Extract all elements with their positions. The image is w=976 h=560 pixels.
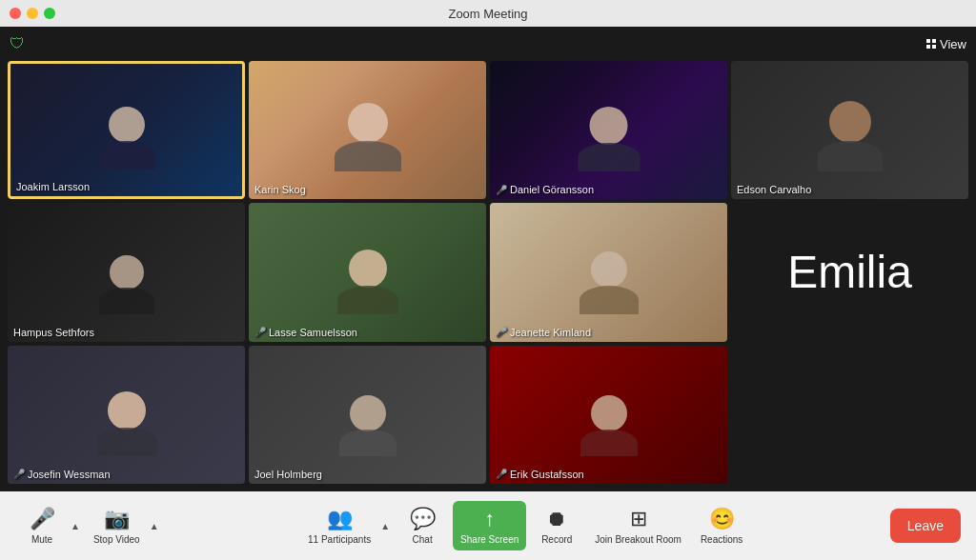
breakout-room-button[interactable]: ⊞ Join Breakout Room	[587, 501, 689, 550]
record-label: Record	[541, 534, 572, 545]
video-grid: Joakim Larsson Karin Skog 🎤 Daniel Göran…	[8, 61, 968, 484]
chat-button[interactable]: 💬 Chat	[396, 501, 449, 550]
chat-label: Chat	[413, 534, 433, 545]
record-button[interactable]: ⏺ Record	[530, 501, 583, 550]
video-cell-joakim: Joakim Larsson	[8, 61, 245, 199]
muted-icon-jeanette: 🎤	[496, 327, 507, 337]
reactions-icon: 😊	[709, 507, 735, 531]
stop-video-group: 📷 Stop Video ▲	[86, 501, 161, 550]
video-cell-empty	[731, 346, 968, 484]
participant-name-karin: Karin Skog	[254, 184, 306, 195]
participants-label: 11 Participants	[308, 534, 371, 545]
mute-label: Mute	[31, 534, 52, 545]
title-bar: Zoom Meeting	[0, 0, 976, 27]
toolbar-left: 🎤 Mute ▲ 📷 Stop Video ▲	[15, 501, 161, 550]
video-cell-joel: Joel Holmberg	[249, 346, 486, 484]
view-label: View	[940, 37, 966, 51]
video-cell-daniel: 🎤 Daniel Göransson	[490, 61, 727, 199]
video-cell-jeanette: 🎤 Jeanette Kimland	[490, 203, 727, 341]
participant-name-josefin: 🎤 Josefin Wessman	[13, 469, 111, 480]
mute-group: 🎤 Mute ▲	[15, 501, 82, 550]
meeting-area: 🛡 View Joakim Larsson	[0, 27, 976, 491]
share-screen-button[interactable]: ↑ Share Screen	[453, 501, 526, 550]
window-title: Zoom Meeting	[448, 7, 527, 21]
participant-name-hampus: Hampus Sethfors	[13, 327, 94, 338]
muted-icon-lasse: 🎤	[254, 327, 266, 337]
participant-name-edson: Edson Carvalho	[737, 184, 811, 195]
view-button[interactable]: View	[926, 37, 966, 51]
video-cell-lasse: 🎤 Lasse Samuelsson	[249, 203, 486, 341]
meeting-topbar: 🛡 View	[0, 27, 976, 61]
reactions-label: Reactions	[701, 534, 742, 545]
mute-button[interactable]: 🎤 Mute	[15, 501, 69, 550]
muted-icon-erik: 🎤	[496, 469, 507, 479]
video-cell-josefin: 🎤 Josefin Wessman	[8, 346, 245, 484]
participant-name-joakim: Joakim Larsson	[16, 181, 90, 192]
camera-icon: 📷	[104, 507, 130, 531]
video-cell-hampus: Hampus Sethfors	[8, 203, 245, 341]
muted-icon-daniel: 🎤	[496, 185, 507, 195]
mute-caret-icon: ▲	[71, 521, 80, 531]
video-cell-emilia: Emilia	[731, 203, 968, 341]
security-shield-icon: 🛡	[10, 35, 25, 52]
participants-caret-icon: ▲	[380, 521, 390, 531]
grid-view-icon	[926, 39, 936, 49]
stop-video-label: Stop Video	[93, 534, 140, 545]
video-cell-edson: Edson Carvalho	[731, 61, 968, 199]
participant-name-lasse: 🎤 Lasse Samuelsson	[254, 327, 357, 338]
participant-name-daniel: 🎤 Daniel Göransson	[496, 184, 594, 195]
breakout-icon: ⊞	[630, 507, 647, 531]
participants-button[interactable]: 👥 11 Participants	[300, 501, 378, 550]
participant-name-erik: 🎤 Erik Gustafsson	[496, 469, 584, 480]
video-caret-button[interactable]: ▲	[148, 517, 161, 535]
mute-caret-button[interactable]: ▲	[69, 517, 82, 535]
traffic-lights	[10, 8, 55, 19]
microphone-icon: 🎤	[30, 507, 55, 531]
leave-button[interactable]: Leave	[890, 509, 961, 543]
muted-icon-josefin: 🎤	[13, 469, 25, 479]
video-cell-karin: Karin Skog	[249, 61, 486, 199]
toolbar-right: Leave	[890, 509, 961, 543]
participants-group: 👥 11 Participants ▲	[300, 501, 392, 550]
participant-name-jeanette: 🎤 Jeanette Kimland	[496, 327, 591, 338]
maximize-button[interactable]	[44, 8, 55, 19]
minimize-button[interactable]	[27, 8, 38, 19]
share-screen-icon: ↑	[484, 507, 495, 531]
toolbar: 🎤 Mute ▲ 📷 Stop Video ▲ 👥 11 Partic	[0, 491, 976, 560]
video-cell-erik: 🎤 Erik Gustafsson	[490, 346, 727, 484]
participants-caret-button[interactable]: ▲	[378, 517, 392, 535]
close-button[interactable]	[10, 8, 21, 19]
toolbar-center: 👥 11 Participants ▲ 💬 Chat ↑ Share Scree…	[300, 501, 750, 550]
chat-icon: 💬	[410, 507, 436, 531]
share-screen-label: Share Screen	[460, 534, 518, 545]
participant-name-joel: Joel Holmberg	[254, 469, 322, 480]
emilia-display-name: Emilia	[787, 246, 912, 298]
participants-icon: 👥	[327, 507, 353, 531]
video-caret-icon: ▲	[150, 521, 159, 531]
breakout-label: Join Breakout Room	[595, 534, 681, 545]
stop-video-button[interactable]: 📷 Stop Video	[86, 501, 148, 550]
reactions-button[interactable]: 😊 Reactions	[693, 501, 750, 550]
record-icon: ⏺	[546, 507, 567, 531]
